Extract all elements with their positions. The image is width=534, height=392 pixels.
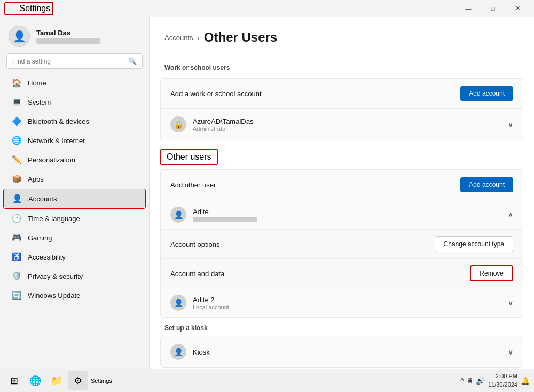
adite-user-info: 👤 Adite [170,207,257,223]
taskbar-chrome[interactable]: 🌐 [26,371,45,390]
avatar: 👤 [9,26,30,47]
sidebar-item-update[interactable]: 🔄 Windows Update [3,286,146,305]
accessibility-icon: ♿ [12,252,21,262]
sidebar-item-gaming[interactable]: 🎮 Gaming [3,228,146,247]
nav-menu: 🏠 Home 💻 System 🔷 Bluetooth & devices 🌐 … [0,73,149,305]
azure-user-details: AzureAD\TamalDas Administrator [193,117,253,132]
date-display: 11/30/2024 [488,381,517,389]
other-users-title: Other users [167,152,211,161]
add-other-user-button[interactable]: Add account [460,177,513,192]
taskbar-settings[interactable]: ⚙ [68,371,88,390]
taskbar-sys-icons: ^ 🖥 🔊 [460,377,485,385]
adite2-user-info: 👤 Adite 2 Local account [170,295,229,311]
profile-section: 👤 Tamal Das [0,17,149,53]
sidebar-item-label: Home [28,79,46,87]
sidebar-item-privacy[interactable]: 🛡️ Privacy & security [3,266,146,286]
maximize-button[interactable]: □ [481,0,505,17]
sidebar-item-label: Gaming [28,234,52,242]
kiosk-info: 👤 Kiosk [170,344,210,360]
sidebar-item-label: Accessibility [28,253,66,261]
add-other-user-row: Add other user Add account [161,170,523,200]
adite-name: Adite [193,208,257,216]
start-button[interactable]: ⊞ [4,371,23,390]
kiosk-label: Kiosk [193,348,210,356]
adite2-name: Adite 2 [193,296,229,304]
other-users-card: Add other user Add account 👤 Adite ∧ Acc… [160,169,523,318]
sidebar-item-bluetooth[interactable]: 🔷 Bluetooth & devices [3,112,146,131]
add-work-account-button[interactable]: Add account [460,86,513,101]
bluetooth-icon: 🔷 [12,116,21,126]
accounts-icon: 👤 [12,194,22,203]
sidebar-item-label: Personalization [28,156,75,164]
sidebar-item-label: Bluetooth & devices [28,117,89,126]
sidebar-item-label: Windows Update [28,292,80,300]
breadcrumb: Accounts › Other Users [164,30,519,45]
taskbar-right: ^ 🖥 🔊 2:00 PM 11/30/2024 🔔 [460,372,530,389]
show-hidden-icons-button[interactable]: ^ [460,377,464,385]
sidebar-item-label: Privacy & security [28,272,83,280]
adite2-chevron[interactable]: ∨ [508,299,513,307]
sidebar-item-time[interactable]: 🕐 Time & language [3,209,146,228]
network-icon[interactable]: 🖥 [466,377,474,385]
sidebar-item-home[interactable]: 🏠 Home [3,73,146,92]
azure-user-chevron[interactable]: ∨ [508,120,513,129]
back-button[interactable]: ← [7,4,15,13]
apps-icon: 📦 [12,174,21,184]
settings-title-highlight: ← Settings [4,2,53,15]
account-data-label: Account and data [170,270,224,278]
titlebar-controls: — □ ✕ [456,0,530,17]
account-data-row: Account and data Remove [161,258,523,288]
sidebar-item-system[interactable]: 💻 System [3,92,146,112]
kiosk-section: Set up a kiosk [150,320,534,334]
adite-sub-blur [193,217,257,222]
kiosk-chevron[interactable]: ∨ [508,348,513,356]
home-icon: 🏠 [12,78,21,88]
kiosk-avatar: 👤 [170,344,186,360]
privacy-icon: 🛡️ [12,271,21,281]
other-users-section-header: Other users [160,149,218,165]
titlebar-left: ← Settings [4,2,53,15]
adite2-user-row: 👤 Adite 2 Local account ∨ [161,288,523,317]
kiosk-row: 👤 Kiosk ∨ [161,336,523,367]
minimize-button[interactable]: — [456,0,481,17]
sidebar-item-label: Time & language [28,215,80,223]
remove-button[interactable]: Remove [470,265,513,281]
sidebar-item-accessibility[interactable]: ♿ Accessibility [3,247,146,266]
account-options-row: Account options Change account type [161,230,523,258]
sidebar-item-accounts[interactable]: 👤 Accounts [3,189,146,209]
search-input[interactable] [12,58,124,65]
profile-name: Tamal Das [36,29,100,37]
close-button[interactable]: ✕ [505,0,530,17]
taskbar-settings-label: Settings [91,378,112,384]
azure-user-role: Administrator [193,126,253,132]
adite-details: Adite [193,208,257,222]
azure-user-row: 🔒 AzureAD\TamalDas Administrator ∨ [161,108,523,140]
kiosk-section-title: Set up a kiosk [164,324,519,332]
breadcrumb-parent: Accounts [164,34,193,42]
app-container: 👤 Tamal Das 🔍 🏠 Home 💻 System 🔷 [0,17,534,369]
update-icon: 🔄 [12,291,21,300]
sidebar-item-network[interactable]: 🌐 Network & internet [3,131,146,150]
volume-icon[interactable]: 🔊 [476,377,485,385]
sidebar-item-label: System [28,98,51,106]
work-school-card: Add a work or school account Add account… [160,78,523,140]
page-title: Other Users [204,30,277,45]
azure-user-info: 🔒 AzureAD\TamalDas Administrator [170,116,253,132]
add-work-label: Add a work or school account [170,90,262,98]
sidebar-item-apps[interactable]: 📦 Apps [3,169,146,189]
change-account-type-button[interactable]: Change account type [435,236,513,252]
taskbar: ⊞ 🌐 📁 ⚙ Settings ^ 🖥 🔊 2:00 PM 11/30/202… [0,369,534,392]
sidebar-item-personalization[interactable]: ✏️ Personalization [3,150,146,169]
adite2-sub: Local account [193,304,229,310]
sidebar: 👤 Tamal Das 🔍 🏠 Home 💻 System 🔷 [0,17,150,369]
sidebar-item-label: Apps [28,175,44,183]
adite-user-row: 👤 Adite ∧ [161,200,523,229]
taskbar-files[interactable]: 📁 [47,371,66,390]
account-options-label: Account options [170,240,220,248]
time-display: 2:00 PM [488,372,517,380]
adite-chevron[interactable]: ∧ [508,210,513,219]
search-box[interactable]: 🔍 [6,53,143,69]
taskbar-left: ⊞ 🌐 📁 ⚙ Settings [4,371,112,390]
notification-icon[interactable]: 🔔 [521,377,530,385]
work-school-section-title: Work or school users [150,58,534,76]
